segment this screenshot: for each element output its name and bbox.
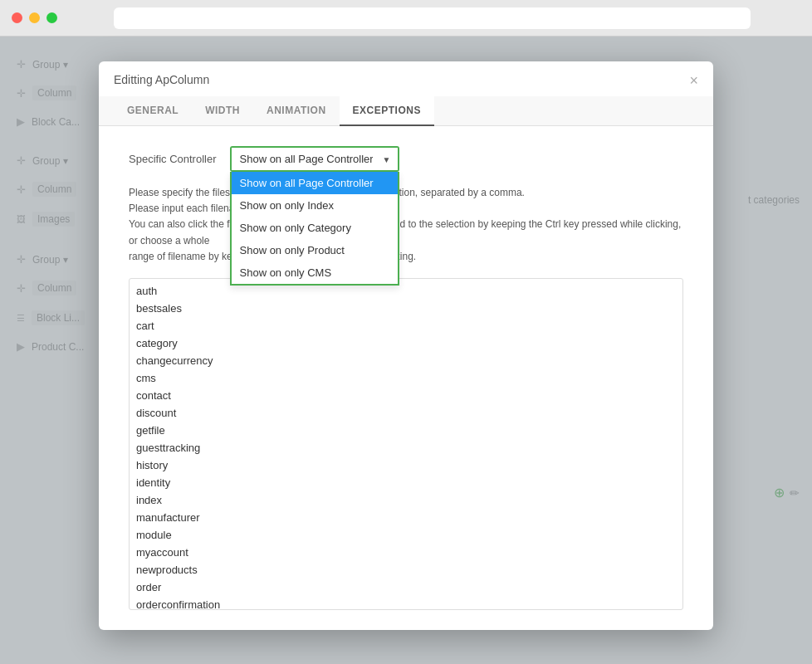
modal-dialog: Editting ApColumn × GENERAL WIDTH ANIMAT…: [99, 61, 713, 630]
file-item[interactable]: order: [130, 579, 682, 596]
file-item[interactable]: myaccount: [130, 544, 682, 561]
dropdown-menu: Show on all Page Controller Show on only…: [230, 172, 399, 286]
tab-animation[interactable]: ANIMATION: [253, 96, 340, 126]
modal-body: Specific Controller Show on all Page Con…: [99, 126, 713, 630]
tab-exceptions[interactable]: EXCEPTIONS: [340, 96, 434, 126]
file-item[interactable]: cms: [130, 369, 682, 387]
file-item[interactable]: auth: [130, 282, 682, 300]
info-text-block: Please specify the files for which you w…: [129, 185, 683, 265]
dropdown-item-category[interactable]: Show on only Category: [232, 217, 398, 239]
maximize-traffic-light[interactable]: [46, 12, 57, 23]
modal-tabs: GENERAL WIDTH ANIMATION EXCEPTIONS: [99, 96, 713, 126]
file-item[interactable]: history: [130, 456, 682, 474]
controller-row: Specific Controller Show on all Page Con…: [129, 146, 683, 172]
file-item[interactable]: bestsales: [130, 300, 682, 317]
tab-width[interactable]: WIDTH: [192, 96, 253, 126]
dropdown-item-index[interactable]: Show on only Index: [232, 194, 398, 217]
controller-select[interactable]: Show on all Page Controller Show on only…: [232, 148, 398, 170]
file-item[interactable]: newproducts: [130, 561, 682, 579]
file-item[interactable]: manufacturer: [130, 509, 682, 526]
tab-general[interactable]: GENERAL: [114, 96, 192, 126]
file-item[interactable]: changecurrency: [130, 352, 682, 369]
file-item[interactable]: getfile: [130, 422, 682, 439]
dropdown-item-cms[interactable]: Show on only CMS: [232, 261, 398, 284]
controller-label: Specific Controller: [129, 153, 217, 165]
title-bar: [0, 0, 812, 37]
modal-close-button[interactable]: ×: [689, 73, 698, 88]
controller-select-wrapper: Show on all Page Controller Show on only…: [230, 146, 399, 172]
dropdown-item-all[interactable]: Show on all Page Controller: [232, 172, 398, 194]
file-item[interactable]: index: [130, 491, 682, 509]
info-line-3: You can also click the filename in the l…: [129, 218, 681, 246]
modal-header: Editting ApColumn ×: [99, 61, 713, 97]
file-item[interactable]: contact: [130, 387, 682, 404]
close-traffic-light[interactable]: [12, 12, 22, 23]
file-list-container: authbestsalescartcategorychangecurrencyc…: [129, 278, 683, 610]
file-item[interactable]: guesttracking: [130, 439, 682, 456]
file-item[interactable]: orderconfirmation: [130, 596, 682, 609]
minimize-traffic-light[interactable]: [29, 12, 40, 23]
modal-title: Editting ApColumn: [114, 73, 209, 96]
modal-overlay: Editting ApColumn × GENERAL WIDTH ANIMAT…: [0, 37, 812, 664]
file-item[interactable]: module: [130, 526, 682, 544]
file-item[interactable]: category: [130, 334, 682, 352]
file-item[interactable]: discount: [130, 404, 682, 422]
dropdown-item-product[interactable]: Show on only Product: [232, 239, 398, 261]
file-item[interactable]: identity: [130, 474, 682, 491]
file-item[interactable]: cart: [130, 317, 682, 334]
file-list[interactable]: authbestsalescartcategorychangecurrencyc…: [130, 279, 682, 609]
address-bar[interactable]: [114, 7, 751, 29]
